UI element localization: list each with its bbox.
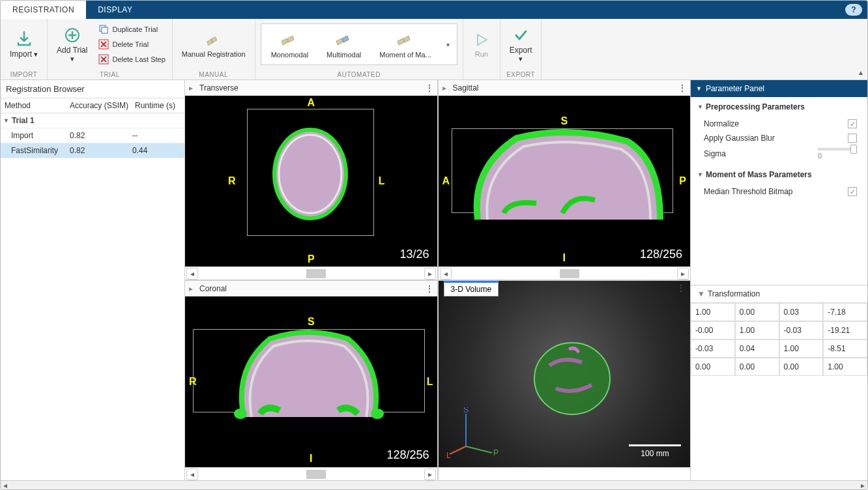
transformation-header[interactable]: ▼ Transformation [691,285,867,303]
import-button[interactable]: Import ▾ [6,27,42,61]
pin-icon[interactable]: ▸ [439,83,450,93]
tcell: -0.03 [691,339,735,358]
delete-trial-label: Delete Trial [112,40,149,48]
parameter-panel-title[interactable]: ▼ Parameter Panel [691,80,867,97]
bottom-scrollbar[interactable]: ◂ ▸ [1,480,867,489]
sigma-slider[interactable] [818,148,857,151]
pin-icon[interactable]: ▸ [185,83,197,93]
transformation-title: Transformation [708,289,760,298]
sagittal-canvas[interactable]: S I A P 128/256 [439,96,691,267]
slider-prev[interactable]: ◂ [186,468,198,480]
sagittal-slider[interactable]: ◂ ▸ [439,267,691,280]
volume-3d-label[interactable]: 3-D Volume [444,281,499,296]
view-menu-button[interactable]: ⋮ [674,83,690,93]
median-threshold-checkbox[interactable]: ✓ [848,187,857,196]
view-menu-button[interactable]: ⋮ [677,283,685,293]
view-menu-button[interactable]: ⋮ [422,284,437,293]
slider-next[interactable]: ▸ [424,268,436,280]
gaussian-blur-checkbox[interactable] [848,134,857,143]
sagittal-slice-count: 128/256 [640,248,682,261]
tcell: 1.00 [779,339,824,358]
sigma-label: Sigma [704,149,726,158]
scale-bar: 100 mm [629,444,681,458]
trial-1-header[interactable]: ▼ Trial 1 [1,113,184,128]
duplicate-trial-label: Duplicate Trial [112,25,158,33]
slider-prev[interactable]: ◂ [186,268,198,280]
transverse-slider[interactable]: ◂ ▸ [185,267,437,280]
volume-3d-canvas[interactable]: 3-D Volume ⋮ S L P 100 mm [439,281,691,467]
help-button[interactable]: ? [845,4,862,16]
coronal-label: Coronal [197,284,422,293]
transverse-view: ▸ Transverse ⋮ A P R L 13/26 ◂ [185,80,437,280]
import-label: Import ▾ [10,50,38,59]
tcell: 0.03 [779,303,824,321]
col-method[interactable]: Method [5,101,70,110]
orient-a: A [442,175,450,187]
svg-line-16 [466,446,492,453]
scroll-right[interactable]: ▸ [858,481,867,489]
volume-3d-view: 3-D Volume ⋮ S L P 100 mm [439,281,691,480]
coronal-view: ▸ Coronal ⋮ S I R L 128/256 [185,281,437,480]
tcell: -7.18 [823,303,867,321]
slider-next[interactable]: ▸ [424,468,436,480]
moment-title: Moment of Mass Parameters [706,170,812,179]
trial-row-fastsimilarity[interactable]: FastSimilarity 0.82 0.44 [1,143,184,158]
tcell: -0.00 [691,321,735,339]
sagittal-view: ▸ Sagittal ⋮ S I A P 128/256 ◂ [439,80,691,280]
transverse-canvas[interactable]: A P R L 13/26 [185,96,437,267]
import-icon [15,30,33,48]
add-trial-button[interactable]: Add Trial▾ [53,23,91,66]
trial-row-method: FastSimilarity [11,146,70,155]
duplicate-trial-button[interactable]: Duplicate Trial [96,23,166,36]
scroll-left[interactable]: ◂ [1,481,10,489]
multimodal-icon [333,30,355,50]
chevron-down-icon: ▼ [3,117,9,124]
svg-rect-2 [102,27,108,33]
orient-r: R [228,175,236,187]
trial-row-import[interactable]: Import 0.82 -- [1,128,184,143]
scale-bar-label: 100 mm [629,449,681,458]
moment-section-header[interactable]: ▼ Moment of Mass Parameters [697,170,861,179]
monomodal-label: Monomodal [271,51,308,59]
export-button[interactable]: Export▾ [506,23,536,66]
manual-registration-icon [205,31,223,49]
pin-icon[interactable]: ▸ [185,284,197,293]
run-label: Run [475,50,488,58]
preprocessing-section-header[interactable]: ▼ Preprocessing Parameters [697,102,861,111]
col-accuracy[interactable]: Accuracy (SSIM) [70,101,135,110]
orient-l: L [379,175,385,187]
col-runtime[interactable]: Runtime (s) [135,101,181,110]
coronal-slider[interactable]: ◂ ▸ [185,467,437,480]
normalize-label: Normalize [704,119,739,128]
tcell: -19.21 [823,321,867,339]
sigma-value: 0 [818,152,822,160]
view-menu-button[interactable]: ⋮ [422,83,437,93]
run-button[interactable]: Run [469,28,495,61]
chevron-down-icon: ▼ [697,171,703,178]
tab-display[interactable]: DISPLAY [86,1,144,19]
moment-label: Moment of Ma... [379,51,431,59]
orient-i: I [563,252,566,264]
manual-registration-button[interactable]: Manual Registration [178,28,250,61]
slider-prev[interactable]: ◂ [440,268,452,280]
multimodal-button[interactable]: Multimodal [319,27,368,62]
moment-of-mass-button[interactable]: Moment of Ma... [372,27,438,62]
coronal-canvas[interactable]: S I R L 128/256 [185,296,437,467]
orient-l: L [427,376,433,388]
slider-next[interactable]: ▸ [677,268,689,280]
ribbon-collapse-button[interactable]: ▴ [854,19,867,79]
chevron-down-icon: ▼ [696,85,702,92]
orient-i: I [310,453,312,465]
sagittal-label: Sagittal [450,83,675,93]
delete-trial-button[interactable]: Delete Trial [96,38,166,51]
automated-dropdown[interactable]: ▾ [442,41,454,48]
axis-3d-icon: S L P [446,407,505,459]
moment-icon [394,30,416,50]
tcell: 0.00 [691,358,735,376]
transverse-slice-count: 13/26 [399,248,429,261]
delete-last-step-button[interactable]: Delete Last Step [96,53,166,66]
normalize-checkbox[interactable]: ✓ [848,119,857,128]
monomodal-button[interactable]: Monomodal [264,27,315,62]
ribbon-group-manual-label: MANUAL [173,70,255,79]
tab-registration[interactable]: REGISTRATION [1,1,86,19]
